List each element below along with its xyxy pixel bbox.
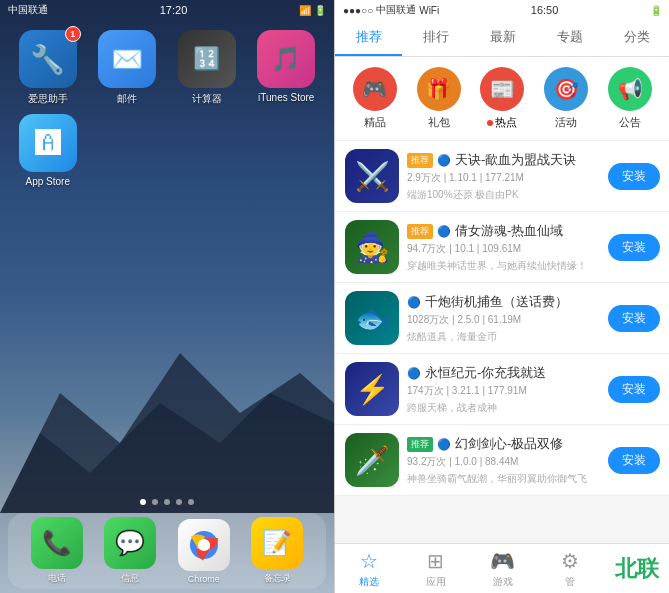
app-desc-3: 炫酷道具，海量金币 [407,330,600,344]
dock-messages[interactable]: 💬 信息 [104,517,156,585]
install-btn-5[interactable]: 安装 [608,447,660,474]
messages-label: 信息 [121,572,139,585]
itunes-label: iTunes Store [258,92,314,103]
app-name-5: 幻剑剑心-极品双修 [455,435,563,453]
gonggao-label: 公告 [619,115,641,130]
time-right: 16:50 [531,4,559,16]
app-info-1: 推荐 🔵 天诀-歃血为盟战天诀 2.9万次 | 1.10.1 | 177.21M… [407,151,600,202]
manage-label: 管 [565,575,575,589]
app-info-4: 🔵 永恒纪元-你充我就送 174万次 | 3.21.1 | 177.91M 跨服… [407,364,600,415]
app-name-1: 天诀-歃血为盟战天诀 [455,151,576,169]
app-name-2: 倩女游魂-热血仙域 [455,222,563,240]
dot-2 [152,499,158,505]
install-btn-4[interactable]: 安装 [608,376,660,403]
selected-icon: ☆ [360,549,378,573]
list-item: ⚔️ 推荐 🔵 天诀-歃血为盟战天诀 2.9万次 | 1.10.1 | 177.… [335,141,669,212]
app-meta-4: 174万次 | 3.21.1 | 177.91M [407,384,600,398]
install-btn-1[interactable]: 安装 [608,163,660,190]
huodong-label: 活动 [555,115,577,130]
tab-recommend[interactable]: 推荐 [335,20,402,56]
list-item: 🐟 🔵 千炮街机捕鱼（送话费） 1028万次 | 2.5.0 | 61.19M … [335,283,669,354]
app-icon-itunes[interactable]: 🎵 iTunes Store [251,30,323,106]
badge-recommend-1: 推荐 [407,153,433,168]
games-label: 游戏 [493,575,513,589]
apps-icon: ⊞ [427,549,444,573]
app-desc-2: 穿越唯美神话世界，与她再续仙快情缘！ [407,259,600,273]
app-desc-5: 神兽坐骑霸气靓潮，华丽羽翼助你御气飞 [407,472,600,486]
calc-icon-img: 🔢 [178,30,236,88]
dot-4 [176,499,182,505]
category-redian[interactable]: 📰 热点 [480,67,524,130]
nav-apps[interactable]: ⊞ 应用 [402,549,469,589]
right-panel: ●●●○○ 中国联通 WiFi 16:50 🔋 推荐 排行 最新 专题 分类 🎮… [335,0,669,593]
mail-label: 邮件 [117,92,137,106]
appstore-icon-img: 🅰 [19,114,77,172]
chrome-label: Chrome [188,574,220,584]
nav-manage[interactable]: ⚙ 管 [536,549,603,589]
messages-icon: 💬 [104,517,156,569]
nav-games[interactable]: 🎮 游戏 [469,549,536,589]
page-dots [0,499,334,505]
manage-icon: ⚙ [561,549,579,573]
app-icon-aisi[interactable]: 🔧 1 爱思助手 [12,30,84,106]
calc-label: 计算器 [192,92,222,106]
tab-ranking[interactable]: 排行 [402,20,469,56]
list-item: ⚡ 🔵 永恒纪元-你充我就送 174万次 | 3.21.1 | 177.91M … [335,354,669,425]
dock-phone[interactable]: 📞 电话 [31,517,83,585]
jingpin-label: 精品 [364,115,386,130]
svg-marker-1 [0,393,334,513]
category-gonggao[interactable]: 📢 公告 [608,67,652,130]
appstore-label: App Store [26,176,70,187]
dot-5 [188,499,194,505]
dock-chrome[interactable]: Chrome [178,519,230,584]
aisi-label: 爱思助手 [28,92,68,106]
category-huodong[interactable]: 🎯 活动 [544,67,588,130]
time-left: 17:20 [160,4,188,16]
category-libao[interactable]: 🎁 礼包 [417,67,461,130]
tab-topic[interactable]: 专题 [536,20,603,56]
status-right-left: 📶 🔋 [299,5,326,16]
battery-right: 🔋 [650,5,662,16]
category-row: 🎮 精品 🎁 礼包 📰 热点 🎯 活动 📢 公告 [335,57,669,141]
app-list: ⚔️ 推荐 🔵 天诀-歃血为盟战天诀 2.9万次 | 1.10.1 | 177.… [335,141,669,543]
app-meta-3: 1028万次 | 2.5.0 | 61.19M [407,313,600,327]
app-icon-mail[interactable]: ✉️ 邮件 [92,30,164,106]
app-thumb-2: 🧙 [345,220,399,274]
phone-label: 电话 [48,572,66,585]
app-thumb-4: ⚡ [345,362,399,416]
mountain-background [0,313,334,513]
mail-icon-img: ✉️ [98,30,156,88]
app-meta-2: 94.7万次 | 10.1 | 109.61M [407,242,600,256]
install-btn-2[interactable]: 安装 [608,234,660,261]
bottom-nav: ☆ 精选 ⊞ 应用 🎮 游戏 ⚙ 管 北联 [335,543,669,593]
redian-label: 热点 [487,115,517,130]
app-meta-5: 93.2万次 | 1.0.0 | 88.44M [407,455,600,469]
itunes-icon-img: 🎵 [257,30,315,88]
tab-latest[interactable]: 最新 [469,20,536,56]
app-name-4: 永恒纪元-你充我就送 [425,364,546,382]
app-info-2: 推荐 🔵 倩女游魂-热血仙域 94.7万次 | 10.1 | 109.61M 穿… [407,222,600,273]
gonggao-circle: 📢 [608,67,652,111]
aisi-badge: 1 [65,26,81,42]
status-bar-right: ●●●○○ 中国联通 WiFi 16:50 🔋 [335,0,669,20]
status-bar-left: 中国联通 17:20 📶 🔋 [0,0,334,20]
category-jingpin[interactable]: 🎮 精品 [353,67,397,130]
badge-recommend-2: 推荐 [407,224,433,239]
notes-icon: 📝 [251,517,303,569]
nav-selected[interactable]: ☆ 精选 [335,549,402,589]
app-info-5: 推荐 🔵 幻剑剑心-极品双修 93.2万次 | 1.0.0 | 88.44M 神… [407,435,600,486]
app-meta-1: 2.9万次 | 1.10.1 | 177.21M [407,171,600,185]
app-icon-appstore[interactable]: 🅰 App Store [12,114,84,187]
tab-category[interactable]: 分类 [603,20,669,56]
app-grid: 🔧 1 爱思助手 ✉️ 邮件 🔢 计算器 🎵 iTunes Store [12,30,322,187]
chrome-icon [178,519,230,571]
app-thumb-1: ⚔️ [345,149,399,203]
dot-1 [140,499,146,505]
apps-label: 应用 [426,575,446,589]
svg-point-4 [198,539,210,551]
dock-notes[interactable]: 📝 备忘录 [251,517,303,585]
notes-label: 备忘录 [264,572,291,585]
app-icon-calc[interactable]: 🔢 计算器 [171,30,243,106]
dock: 📞 电话 💬 信息 Chrome [8,513,326,589]
install-btn-3[interactable]: 安装 [608,305,660,332]
